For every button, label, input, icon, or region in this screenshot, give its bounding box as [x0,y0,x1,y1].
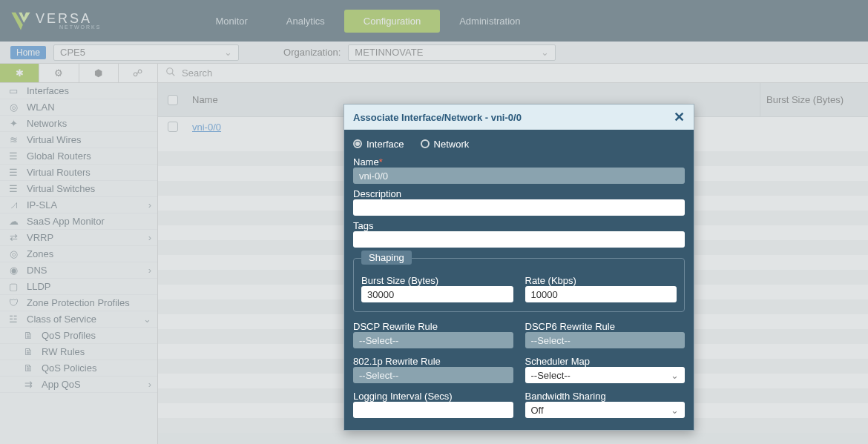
dscp6-rewrite-label: DSCP6 Rewrite Rule [525,321,685,332]
close-icon[interactable]: ✕ [674,109,685,125]
tags-label: Tags [353,220,685,231]
dscp-rewrite-select[interactable]: --Select-- [353,332,513,348]
description-label: Description [353,188,685,199]
radio-interface[interactable]: Interface [353,139,404,150]
logging-interval-input[interactable] [353,402,513,418]
p8021-rewrite-label: 802.1p Rewrite Rule [353,356,513,367]
bandwidth-sharing-value: Off [531,405,544,416]
scheduler-map-value: --Select-- [531,370,571,381]
logging-interval-label: Logging Interval (Secs) [353,391,513,402]
associate-interface-modal: Associate Interface/Network - vni-0/0 ✕ … [343,104,694,431]
name-label: Name [353,156,379,168]
p8021-rewrite-select[interactable]: --Select-- [353,367,513,383]
radio-icon [353,139,362,148]
burst-size-label: Burst Size (Bytes) [361,275,513,286]
shaping-fieldset: Shaping Burst Size (Bytes) Rate (Kbps) [353,258,685,312]
modal-title: Associate Interface/Network - vni-0/0 [353,112,522,123]
chevron-down-icon: ⌄ [671,405,679,416]
radio-interface-label: Interface [366,139,404,150]
rate-input[interactable] [525,286,677,302]
tags-input[interactable] [353,231,685,248]
scheduler-map-select[interactable]: --Select--⌄ [525,367,685,383]
radio-network-label: Network [434,139,470,150]
rate-label: Rate (Kbps) [525,275,677,286]
burst-size-input[interactable] [361,286,513,302]
description-input[interactable] [353,199,685,216]
shaping-legend: Shaping [361,251,412,265]
bandwidth-sharing-label: Bandwidth Sharing [525,391,685,402]
dscp-rewrite-value: --Select-- [359,335,398,346]
radio-icon [421,139,430,148]
required-mark: * [379,156,383,168]
name-input[interactable] [353,168,685,184]
chevron-down-icon: ⌄ [671,370,679,381]
scheduler-map-label: Scheduler Map [525,356,685,367]
dscp-rewrite-label: DSCP Rewrite Rule [353,321,513,332]
p8021-rewrite-value: --Select-- [359,370,398,381]
dscp6-rewrite-value: --Select-- [531,335,571,346]
dscp6-rewrite-select[interactable]: --Select-- [525,332,685,348]
bandwidth-sharing-select[interactable]: Off⌄ [525,402,685,418]
radio-network[interactable]: Network [421,139,470,150]
